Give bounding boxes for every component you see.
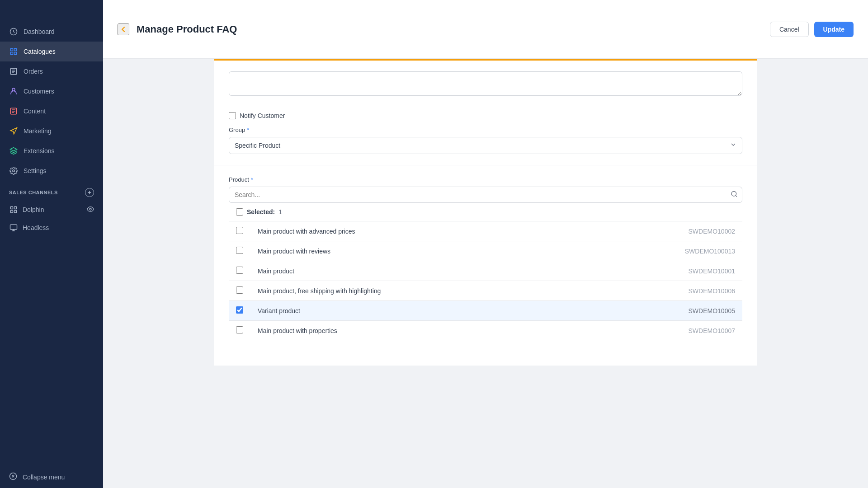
- dolphin-eye-icon: [87, 206, 94, 214]
- sidebar: Dashboard Catalogues Orders Customers Co…: [0, 0, 103, 488]
- product-sku: SWDEMO10002: [585, 221, 742, 241]
- selected-header-row: Selected: 1: [229, 203, 742, 221]
- sidebar-item-content[interactable]: Content: [0, 101, 103, 121]
- product-name: Main product with reviews: [250, 241, 585, 261]
- settings-icon: [9, 166, 18, 175]
- marketing-icon: [9, 127, 18, 136]
- content-icon: [9, 107, 18, 116]
- svg-rect-3: [10, 52, 13, 55]
- product-field-label: Product *: [229, 176, 742, 183]
- extensions-icon: [9, 146, 18, 155]
- content-area: Notify Customer Group * Specific Product…: [103, 59, 868, 488]
- collapse-icon: [9, 472, 17, 482]
- collapse-menu-button[interactable]: Collapse menu: [0, 466, 103, 488]
- svg-rect-4: [14, 52, 17, 55]
- svg-rect-10: [14, 206, 17, 209]
- selected-count: 1: [278, 208, 282, 216]
- notify-customer-label[interactable]: Notify Customer: [240, 112, 285, 119]
- sidebar-logo: [0, 0, 103, 18]
- product-name: Main product: [250, 261, 585, 281]
- svg-point-13: [90, 208, 91, 210]
- notify-customer-checkbox[interactable]: [229, 112, 236, 119]
- product-sku: SWDEMO10005: [585, 301, 742, 321]
- table-row[interactable]: Main product with properties SWDEMO10007: [229, 321, 742, 341]
- sidebar-item-orders[interactable]: Orders: [0, 61, 103, 81]
- product-checkbox-3[interactable]: [236, 286, 243, 294]
- group-select-wrapper: Specific Product All Products Category: [229, 137, 742, 154]
- product-name: Main product, free shipping with highlig…: [250, 281, 585, 301]
- svg-point-8: [13, 170, 15, 172]
- back-button[interactable]: [118, 23, 129, 35]
- sidebar-item-customers[interactable]: Customers: [0, 81, 103, 101]
- page-title: Manage Product FAQ: [137, 23, 237, 35]
- svg-rect-14: [10, 225, 17, 230]
- group-field-container: Group * Specific Product All Products Ca…: [229, 127, 742, 154]
- product-checkbox-2[interactable]: [236, 267, 243, 274]
- sales-channels-section: Sales Channels +: [0, 181, 103, 201]
- form-panel: Notify Customer Group * Specific Product…: [214, 59, 757, 366]
- product-table: Main product with advanced prices SWDEMO…: [229, 221, 742, 340]
- product-sku: SWDEMO100013: [585, 241, 742, 261]
- product-checkbox-5[interactable]: [236, 326, 243, 333]
- product-checkbox-4[interactable]: [236, 306, 243, 314]
- page-header: Manage Product FAQ Cancel Update: [103, 0, 868, 59]
- search-button[interactable]: [731, 191, 738, 199]
- sidebar-item-extensions[interactable]: Extensions: [0, 141, 103, 161]
- dolphin-icon: [9, 205, 18, 214]
- add-channel-button[interactable]: +: [85, 188, 94, 197]
- header-left: Manage Product FAQ: [118, 23, 237, 35]
- cancel-button[interactable]: Cancel: [770, 22, 809, 37]
- product-search-wrapper: [229, 187, 742, 203]
- sidebar-item-headless[interactable]: Headless: [0, 219, 103, 237]
- table-row[interactable]: Main product, free shipping with highlig…: [229, 281, 742, 301]
- svg-rect-1: [10, 48, 13, 51]
- faq-textarea[interactable]: [229, 71, 742, 96]
- group-select[interactable]: Specific Product All Products Category: [229, 137, 742, 154]
- table-row[interactable]: Main product with advanced prices SWDEMO…: [229, 221, 742, 241]
- svg-rect-11: [10, 211, 13, 213]
- sidebar-item-marketing[interactable]: Marketing: [0, 121, 103, 141]
- group-required-star: *: [247, 127, 249, 133]
- catalogues-icon: [9, 47, 18, 56]
- svg-rect-9: [10, 206, 13, 209]
- svg-point-6: [12, 88, 15, 91]
- table-row[interactable]: Main product with reviews SWDEMO100013: [229, 241, 742, 261]
- product-name: Main product with properties: [250, 321, 585, 341]
- update-button[interactable]: Update: [814, 22, 854, 37]
- notify-customer-row: Notify Customer: [229, 112, 742, 119]
- table-row[interactable]: Main product SWDEMO10001: [229, 261, 742, 281]
- customers-icon: [9, 87, 18, 96]
- product-required-star: *: [251, 176, 253, 183]
- product-checkbox-1[interactable]: [236, 247, 243, 254]
- headless-icon: [9, 223, 18, 232]
- form-section-top: Notify Customer Group * Specific Product…: [214, 61, 757, 165]
- select-all-checkbox[interactable]: [236, 208, 243, 216]
- orders-icon: [9, 67, 18, 76]
- product-sku: SWDEMO10007: [585, 321, 742, 341]
- sidebar-item-dolphin[interactable]: Dolphin: [0, 201, 103, 219]
- sidebar-item-dashboard[interactable]: Dashboard: [0, 22, 103, 42]
- table-row[interactable]: Variant product SWDEMO10005: [229, 301, 742, 321]
- product-sku: SWDEMO10001: [585, 261, 742, 281]
- main-content: Manage Product FAQ Cancel Update Notify …: [103, 0, 868, 488]
- svg-rect-2: [14, 48, 17, 51]
- product-section: Product * Selected: 1: [214, 165, 757, 351]
- product-name: Main product with advanced prices: [250, 221, 585, 241]
- sidebar-item-catalogues[interactable]: Catalogues: [0, 42, 103, 61]
- product-sku: SWDEMO10006: [585, 281, 742, 301]
- dashboard-icon: [9, 27, 18, 36]
- product-checkbox-0[interactable]: [236, 227, 243, 234]
- svg-point-16: [731, 192, 736, 197]
- product-search-input[interactable]: [229, 187, 742, 203]
- group-field-label: Group *: [229, 127, 742, 133]
- sidebar-nav: Dashboard Catalogues Orders Customers Co…: [0, 18, 103, 466]
- svg-rect-12: [14, 211, 17, 213]
- header-actions: Cancel Update: [770, 22, 854, 37]
- sidebar-item-settings[interactable]: Settings: [0, 161, 103, 181]
- product-name: Variant product: [250, 301, 585, 321]
